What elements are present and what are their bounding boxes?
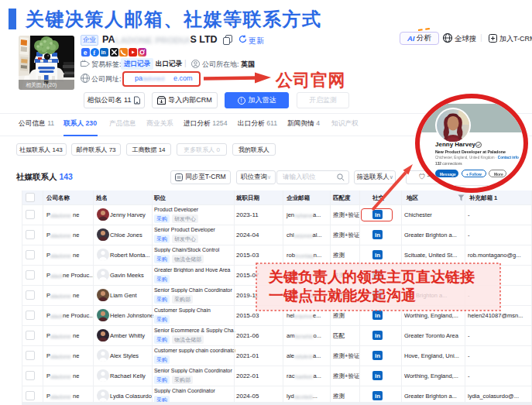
svg-text:f: f <box>93 49 95 57</box>
svg-text:in: in <box>101 50 106 55</box>
svg-text:相关图片(20): 相关图片(20) <box>26 81 57 88</box>
svg-text:e: e <box>84 49 88 57</box>
